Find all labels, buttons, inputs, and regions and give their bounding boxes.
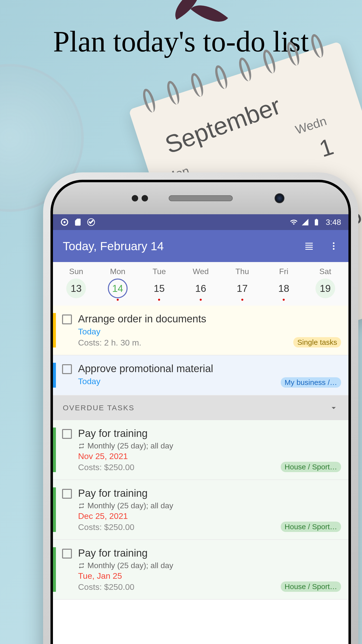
task-recurrence: Monthly (25 day); all day [78, 561, 341, 570]
week-date[interactable]: 19 [304, 278, 346, 298]
week-day-label: Sun [56, 267, 97, 276]
menu-lines-icon[interactable] [304, 241, 314, 251]
task-tag: House / Sport… [281, 582, 341, 592]
task-title: Approve promotional material [78, 363, 341, 374]
checkbox-icon[interactable] [62, 429, 72, 439]
week-date[interactable]: 14 [97, 278, 139, 298]
task-tag: House / Sport… [281, 462, 341, 472]
task-date: Tue, Jan 25 [78, 571, 341, 581]
bg-num-1: 1 [316, 133, 337, 162]
task-item[interactable]: Arrange order in documents Today Costs: … [53, 306, 348, 355]
svg-point-3 [333, 245, 335, 247]
task-checkbox-wrap[interactable] [56, 428, 78, 472]
task-date: Dec 25, 2021 [78, 511, 341, 521]
task-checkbox-wrap[interactable] [56, 363, 78, 388]
wifi-icon [290, 218, 298, 226]
phone-frame: 3:48 Today, February 14 SunMonTueWedThuF… [43, 172, 358, 644]
task-recurrence: Monthly (25 day); all day [78, 441, 341, 450]
signal-icon [301, 218, 309, 226]
task-checkbox-wrap[interactable] [56, 547, 78, 592]
section-title: OVERDUE TASKS [63, 404, 134, 412]
task-title: Pay for training [78, 547, 341, 559]
checkbox-icon[interactable] [62, 549, 72, 558]
task-tag: House / Sport… [281, 522, 341, 532]
battery-icon [312, 218, 320, 226]
task-tag: Single tasks [293, 337, 341, 348]
week-day-label: Tue [138, 267, 180, 276]
sd-card-icon [74, 218, 82, 226]
week-date[interactable]: 17 [222, 278, 263, 298]
task-date: Nov 25, 2021 [78, 452, 341, 461]
week-date[interactable]: 13 [56, 278, 97, 298]
week-day-label: Mon [97, 267, 139, 276]
task-list[interactable]: Arrange order in documents Today Costs: … [53, 306, 348, 644]
week-header: SunMonTueWedThuFriSat 13141516171819 [53, 262, 348, 306]
week-day-label: Thu [222, 267, 263, 276]
more-vert-icon[interactable] [329, 241, 338, 251]
checkbox-icon[interactable] [62, 314, 72, 324]
check-circle-icon [87, 218, 95, 226]
task-checkbox-wrap[interactable] [56, 313, 78, 348]
task-checkbox-wrap[interactable] [56, 487, 78, 532]
checkbox-icon[interactable] [62, 364, 72, 374]
task-tag: My business /… [281, 377, 341, 388]
week-day-label: Wed [180, 267, 222, 276]
week-date[interactable]: 18 [263, 278, 304, 298]
task-title: Pay for training [78, 428, 341, 439]
chevron-down-icon [329, 403, 338, 413]
task-color-bar [53, 313, 56, 348]
week-day-label: Sat [304, 267, 346, 276]
task-recurrence: Monthly (25 day); all day [78, 501, 341, 510]
svg-point-2 [333, 242, 335, 244]
task-color-bar [53, 428, 56, 472]
task-title: Arrange order in documents [78, 313, 341, 325]
task-item[interactable]: Pay for training Monthly (25 day); all d… [53, 540, 348, 600]
task-title: Pay for training [78, 487, 341, 499]
app-bar: Today, February 14 [53, 230, 348, 262]
task-item[interactable]: Approve promotional material Today My bu… [53, 355, 348, 396]
week-day-label: Fri [263, 267, 304, 276]
task-color-bar [53, 487, 56, 532]
circle-icon [60, 218, 69, 226]
task-color-bar [53, 363, 56, 388]
background-leaf-decoration [168, 0, 226, 40]
task-item[interactable]: Pay for training Monthly (25 day); all d… [53, 420, 348, 480]
svg-point-4 [333, 248, 335, 250]
overdue-section-header[interactable]: OVERDUE TASKS [53, 396, 348, 420]
phone-top-bezel [53, 182, 348, 214]
svg-point-1 [64, 221, 66, 223]
status-time: 3:48 [326, 218, 341, 227]
task-item[interactable]: Pay for training Monthly (25 day); all d… [53, 480, 348, 540]
week-date[interactable]: 15 [138, 278, 180, 298]
app-title: Today, February 14 [63, 240, 164, 253]
task-color-bar [53, 547, 56, 592]
bg-day-wed: Wedn [294, 114, 328, 137]
status-bar: 3:48 [53, 214, 348, 230]
checkbox-icon[interactable] [62, 489, 72, 499]
task-date: Today [78, 327, 341, 336]
week-date[interactable]: 16 [180, 278, 222, 298]
